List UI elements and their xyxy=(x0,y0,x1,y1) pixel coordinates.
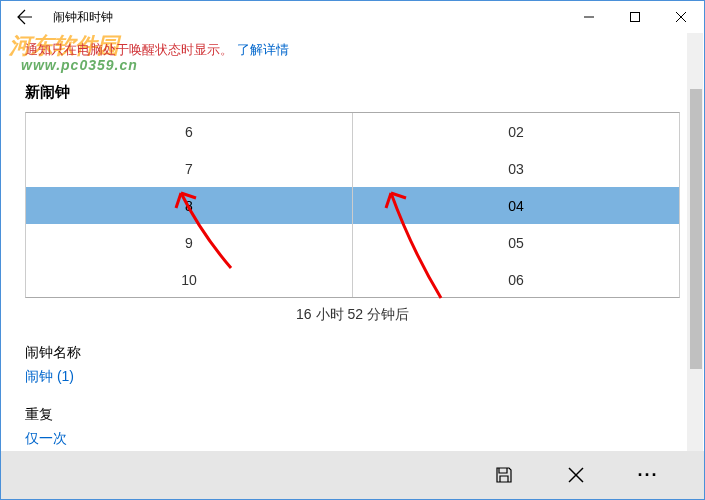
minute-option[interactable]: 02 xyxy=(353,113,679,150)
minimize-button[interactable] xyxy=(566,1,612,33)
scrollbar-thumb[interactable] xyxy=(690,89,702,369)
save-icon xyxy=(495,466,513,484)
more-icon: ··· xyxy=(637,465,658,486)
new-alarm-title: 新闹钟 xyxy=(25,83,680,102)
close-button[interactable] xyxy=(658,1,704,33)
content-area: 通知只在电脑处于唤醒状态时显示。 了解详情 新闹钟 6 7 8 9 10 02 … xyxy=(1,33,704,451)
minute-option[interactable]: 03 xyxy=(353,150,679,187)
notice-bar: 通知只在电脑处于唤醒状态时显示。 了解详情 xyxy=(25,41,680,59)
window-title: 闹钟和时钟 xyxy=(53,9,113,26)
back-button[interactable] xyxy=(1,1,49,33)
cancel-button[interactable] xyxy=(540,451,612,499)
window-controls xyxy=(566,1,704,33)
notice-link[interactable]: 了解详情 xyxy=(237,42,289,57)
more-button[interactable]: ··· xyxy=(612,451,684,499)
repeat-label: 重复 xyxy=(25,406,680,424)
notice-text: 通知只在电脑处于唤醒状态时显示。 xyxy=(25,42,233,57)
svg-rect-1 xyxy=(631,13,640,22)
maximize-button[interactable] xyxy=(612,1,658,33)
alarm-name-value[interactable]: 闹钟 (1) xyxy=(25,368,680,386)
cancel-icon xyxy=(567,466,585,484)
hour-option[interactable]: 6 xyxy=(26,113,352,150)
save-button[interactable] xyxy=(468,451,540,499)
back-arrow-icon xyxy=(17,9,33,25)
annotation-arrow-right xyxy=(381,183,451,303)
time-remaining-label: 16 小时 52 分钟后 xyxy=(25,306,680,324)
minimize-icon xyxy=(584,12,594,22)
alarm-name-label: 闹钟名称 xyxy=(25,344,680,362)
maximize-icon xyxy=(630,12,640,22)
repeat-value[interactable]: 仅一次 xyxy=(25,430,680,448)
hour-option[interactable]: 7 xyxy=(26,150,352,187)
annotation-arrow-left xyxy=(171,183,241,273)
titlebar: 闹钟和时钟 xyxy=(1,1,704,33)
bottom-toolbar: ··· xyxy=(1,451,704,499)
time-picker: 6 7 8 9 10 02 03 04 05 06 xyxy=(25,112,680,298)
close-icon xyxy=(676,12,686,22)
